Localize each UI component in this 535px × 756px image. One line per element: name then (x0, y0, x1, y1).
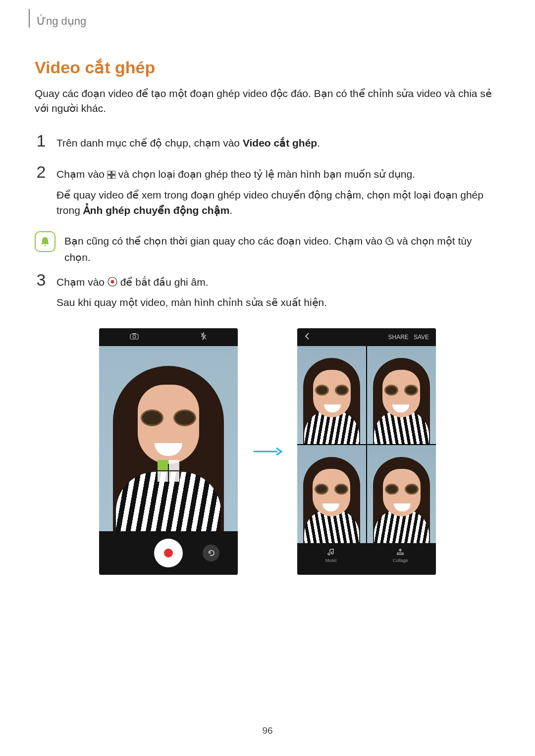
record-button-icon (107, 275, 117, 291)
save-button[interactable]: SAVE (414, 334, 429, 341)
step-number: 2 (35, 163, 48, 222)
chapter-divider (29, 9, 30, 28)
bell-icon (35, 231, 55, 252)
collage-grid-icon (107, 167, 115, 183)
share-button[interactable]: SHARE (388, 334, 409, 341)
svg-rect-1 (112, 171, 115, 174)
undo-button[interactable] (203, 545, 219, 561)
step-2: 2 Chạm vào và chọn loại đoạn ghép theo t… (35, 163, 500, 222)
clock-duration-icon: 6 (385, 234, 394, 250)
step-1: 1 Trên danh mục chế độ chụp, chạm vào Vi… (35, 132, 500, 155)
step-number: 3 (35, 271, 48, 314)
phone-screenshot-camera (99, 328, 238, 575)
music-label: Music (325, 558, 337, 563)
svg-rect-3 (112, 175, 115, 179)
svg-rect-0 (107, 171, 111, 174)
step-2-line-1: Chạm vào và chọn loại đoạn ghép theo tỷ … (56, 166, 500, 183)
step-3: 3 Chạm vào để bắt đầu ghi âm. Sau khi qu… (35, 271, 500, 314)
chapter-label: Ứng dụng (37, 15, 86, 28)
figure-row: SHARE SAVE Music Collage (35, 328, 500, 575)
collage-cell-3 (297, 445, 366, 543)
switch-camera-icon (130, 333, 139, 342)
back-icon[interactable] (304, 333, 310, 341)
step-3-line-1: Chạm vào để bắt đầu ghi âm. (56, 274, 327, 291)
collage-layout-indicator (158, 460, 179, 482)
collage-cell-4 (367, 445, 436, 543)
svg-point-9 (133, 335, 136, 338)
svg-point-7 (110, 280, 114, 283)
step-2-line-2: Để quay video để xem trong đoạn ghép vid… (56, 187, 500, 218)
step-1-text: Trên danh mục chế độ chụp, chạm vào Vide… (56, 135, 320, 151)
step-3-line-2: Sau khi quay một video, màn hình chỉnh s… (56, 295, 327, 310)
svg-rect-2 (107, 175, 111, 179)
svg-rect-12 (397, 553, 403, 554)
intro-text: Quay các đoạn video để tạo một đoạn ghép… (35, 86, 500, 116)
collage-tab[interactable]: Collage (393, 548, 408, 563)
tip-text: Bạn cũng có thể chọn thời gian quay cho … (64, 231, 500, 265)
page-number: 96 (0, 725, 535, 736)
arrow-right-icon (253, 447, 282, 456)
step-number: 1 (35, 132, 48, 155)
record-button[interactable] (154, 539, 183, 567)
music-tab[interactable]: Music (325, 548, 337, 563)
tip-box: Bạn cũng có thể chọn thời gian quay cho … (35, 231, 500, 265)
phone-screenshot-editor: SHARE SAVE Music Collage (297, 328, 436, 575)
photo-preview (99, 346, 238, 531)
page-title: Video cắt ghép (35, 57, 500, 77)
collage-cell-2 (367, 346, 436, 444)
flash-off-icon (200, 332, 207, 342)
collage-cell-1 (297, 346, 366, 444)
collage-label: Collage (393, 558, 408, 563)
